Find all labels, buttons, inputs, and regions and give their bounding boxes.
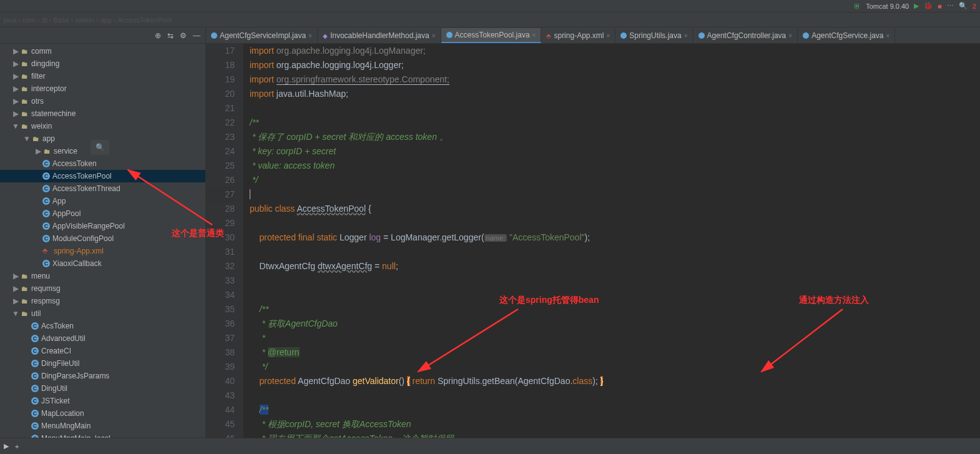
- tree-item-dingparsejsparams[interactable]: CDingParseJsParams: [0, 370, 205, 382]
- code-line[interactable]: import org.springframework.stereotype.Co…: [250, 72, 980, 87]
- tree-item-jsticket[interactable]: CJSTicket: [0, 395, 205, 407]
- tree-item-maplocation[interactable]: CMapLocation: [0, 407, 205, 420]
- code-line[interactable]: [250, 101, 980, 116]
- code-line[interactable]: import org.apache.logging.log4j.Logger;: [250, 58, 980, 72]
- tree-arrow-icon[interactable]: ▼: [22, 134, 31, 143]
- tree-item-spring-app-xml[interactable]: ⬘spring-App.xml: [0, 245, 205, 257]
- editor-tabs[interactable]: AgentCfgServiceImpl.java×◆InvocableHandl…: [206, 27, 980, 44]
- code-line[interactable]: /**: [250, 403, 980, 417]
- code-line[interactable]: * key: corpID + secret: [250, 144, 980, 159]
- tab-spring-app-xml[interactable]: ⬘spring-App.xml×: [541, 28, 615, 43]
- tree-arrow-icon[interactable]: ▶: [34, 147, 42, 155]
- gear-icon[interactable]: ⚙: [180, 31, 187, 40]
- tree-item-util[interactable]: ▼🖿util: [0, 307, 205, 320]
- tree-item-menu[interactable]: ▶🖿menu: [0, 270, 205, 282]
- tree-item-statemechine[interactable]: ▶🖿statemechine: [0, 107, 205, 120]
- close-icon[interactable]: ×: [532, 32, 536, 39]
- stop-icon[interactable]: ■: [938, 2, 942, 10]
- tree-arrow-icon[interactable]: ▼: [11, 309, 20, 318]
- tree-arrow-icon[interactable]: ▶: [11, 97, 20, 106]
- target-icon[interactable]: ⊕: [155, 31, 161, 40]
- tree-item-menumngmain-local[interactable]: CMenuMngMain_local: [0, 432, 205, 438]
- code-line[interactable]: protected final static Logger log = LogM…: [250, 230, 980, 245]
- code-line[interactable]: * 根据corpID, secret 换取AccessToken: [250, 417, 980, 432]
- tree-arrow-icon[interactable]: ▶: [11, 272, 20, 280]
- tab-springutils-java[interactable]: SpringUtils.java×: [615, 28, 693, 43]
- code-line[interactable]: public class AccessTokenPool {: [250, 202, 980, 216]
- tree-item-filter[interactable]: ▶🖿filter: [0, 70, 205, 82]
- search-icon[interactable]: 🔍: [959, 2, 968, 10]
- code-line[interactable]: */: [250, 360, 980, 374]
- code-area[interactable]: import org.apache.logging.log4j.LogManag…: [243, 44, 980, 438]
- code-line[interactable]: [250, 274, 980, 288]
- tab-accesstokenpool-java[interactable]: AccessTokenPool.java×: [441, 28, 542, 43]
- tree-item-accesstoken[interactable]: CAccessToken: [0, 157, 205, 170]
- run-config-label[interactable]: Tomcat 9.0.40: [866, 2, 909, 10]
- tree-arrow-icon[interactable]: ▶: [11, 47, 20, 56]
- tree-arrow-icon[interactable]: ▶: [11, 59, 20, 68]
- more-icon[interactable]: ⋯: [947, 2, 954, 10]
- tree-item-moduleconfigpool[interactable]: CModuleConfigPool: [0, 232, 205, 245]
- tree-arrow-icon[interactable]: ▶: [11, 284, 20, 293]
- code-line[interactable]: DtwxAgentCfg dtwxAgentCfg = null;: [250, 259, 980, 274]
- tree-item-otrs[interactable]: ▶🖿otrs: [0, 95, 205, 107]
- tab-agentcfgservice-java[interactable]: AgentCfgService.java×: [798, 28, 895, 43]
- hide-icon[interactable]: —: [193, 31, 200, 40]
- code-line[interactable]: [250, 187, 980, 202]
- tab-invocablehandlermethod-java[interactable]: ◆InvocableHandlerMethod.java×: [318, 28, 441, 43]
- close-icon[interactable]: ×: [606, 32, 610, 39]
- tree-arrow-icon[interactable]: ▼: [11, 122, 20, 131]
- tree-item-createci[interactable]: CCreateCI: [0, 345, 205, 357]
- debug-icon[interactable]: 🐞: [924, 2, 933, 10]
- tree-item-accesstokenpool[interactable]: CAccessTokenPool: [0, 170, 205, 182]
- code-line[interactable]: * value: access token: [250, 159, 980, 173]
- tree-item-appvisiblerangepool[interactable]: CAppVisibleRangePool: [0, 220, 205, 232]
- code-line[interactable]: * 保存了 corpID + secret 和对应的 access token …: [250, 130, 980, 144]
- code-line[interactable]: import java.util.HashMap;: [250, 87, 980, 101]
- tree-item-advancedutil[interactable]: CAdvancedUtil: [0, 332, 205, 345]
- code-line[interactable]: * 现在用下面那个getAccessToken，这个暂时保留: [250, 432, 980, 438]
- tree-item-respmsg[interactable]: ▶🖿respmsg: [0, 295, 205, 307]
- close-icon[interactable]: ×: [684, 32, 688, 39]
- tree-item-weixin[interactable]: ▼🖿weixin: [0, 120, 205, 132]
- tree-item-accesstokenthread[interactable]: CAccessTokenThread: [0, 182, 205, 195]
- code-line[interactable]: [250, 216, 980, 230]
- tree-item-interceptor[interactable]: ▶🖿interceptor: [0, 82, 205, 95]
- tree-arrow-icon[interactable]: ▶: [11, 84, 20, 93]
- tree-item-dingfileutil[interactable]: CDingFileUtil: [0, 357, 205, 370]
- tab-agentcfgcontroller-java[interactable]: AgentCfgController.java×: [693, 28, 798, 43]
- run-tab-icon[interactable]: ▶: [4, 442, 9, 450]
- tree-arrow-icon[interactable]: ▶: [11, 109, 20, 118]
- tree-item-app[interactable]: CApp: [0, 195, 205, 207]
- code-line[interactable]: import org.apache.logging.log4j.LogManag…: [250, 44, 980, 58]
- code-editor[interactable]: 1718192021222324252627282930313233343536…: [206, 44, 980, 438]
- collapse-icon[interactable]: ⇆: [167, 31, 174, 40]
- tree-item-dingutil[interactable]: CDingUtil: [0, 382, 205, 395]
- code-line[interactable]: /**: [250, 302, 980, 317]
- close-icon[interactable]: ×: [886, 32, 890, 39]
- tree-item-menumngmain[interactable]: CMenuMngMain: [0, 420, 205, 432]
- code-line[interactable]: *: [250, 331, 980, 345]
- code-line[interactable]: [250, 288, 980, 302]
- code-line[interactable]: */: [250, 173, 980, 187]
- tree-item-xiaoxicallback[interactable]: CXiaoxiCallback: [0, 257, 205, 270]
- tree-item-requmsg[interactable]: ▶🖿requmsg: [0, 282, 205, 295]
- project-sidebar[interactable]: ⊕ ⇆ ⚙ — ▶🖿comm▶🖿dingding▶🖿filter▶🖿interc…: [0, 27, 206, 438]
- close-icon[interactable]: ×: [788, 32, 792, 39]
- tab-agentcfgserviceimpl-java[interactable]: AgentCfgServiceImpl.java×: [206, 28, 318, 43]
- add-tab-icon[interactable]: +: [15, 443, 19, 450]
- tree-item-dingding[interactable]: ▶🖿dingding: [0, 57, 205, 70]
- run-icon[interactable]: ▶: [914, 2, 919, 10]
- tree-arrow-icon[interactable]: ▶: [11, 72, 20, 81]
- close-icon[interactable]: ×: [432, 32, 436, 39]
- tree-arrow-icon[interactable]: ▶: [11, 297, 20, 305]
- code-line[interactable]: /**: [250, 116, 980, 130]
- close-icon[interactable]: ×: [308, 32, 312, 39]
- tree-item-comm[interactable]: ▶🖿comm: [0, 45, 205, 57]
- error-count[interactable]: 2: [973, 2, 976, 10]
- code-line[interactable]: [250, 245, 980, 259]
- code-line[interactable]: * @return: [250, 345, 980, 360]
- code-line[interactable]: * 获取AgentCfgDao: [250, 317, 980, 331]
- code-line[interactable]: protected AgentCfgDao getValidator() { r…: [250, 374, 980, 388]
- tree-item-acstoken[interactable]: CAcsToken: [0, 320, 205, 332]
